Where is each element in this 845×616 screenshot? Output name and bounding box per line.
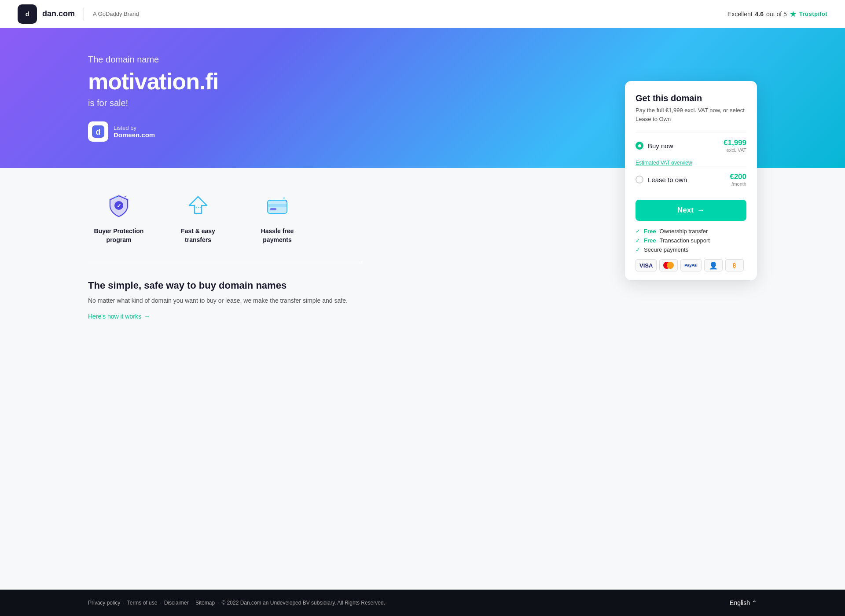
footer-sep-1: · bbox=[123, 600, 124, 606]
purchase-card: Get this domain Pay the full €1,999 excl… bbox=[625, 81, 757, 280]
next-button[interactable]: Next → bbox=[636, 200, 746, 221]
check-icon-ownership bbox=[636, 228, 640, 235]
language-label: English bbox=[730, 599, 750, 606]
fast-transfer-label: Fast & easy transfers bbox=[167, 227, 229, 244]
card-title: Get this domain bbox=[636, 93, 746, 103]
bitcoin-icon: ₿ bbox=[725, 259, 744, 271]
hero-subtitle: The domain name bbox=[88, 55, 352, 65]
check-icon-transaction bbox=[636, 237, 640, 244]
svg-text:✦: ✦ bbox=[124, 195, 126, 198]
trustpilot-score: 4.6 bbox=[755, 11, 764, 18]
how-works-arrow-icon: → bbox=[144, 313, 150, 320]
footer-sep-2: · bbox=[160, 600, 161, 606]
privacy-policy-link[interactable]: Privacy policy bbox=[88, 600, 120, 606]
card-subtitle: Pay the full €1,999 excl. VAT now, or se… bbox=[636, 106, 746, 123]
svg-text:✦: ✦ bbox=[285, 200, 287, 202]
trustpilot-star-icon: ★ bbox=[790, 9, 797, 19]
feature-item-transaction: Free Transaction support bbox=[636, 237, 746, 244]
lease-label: Lease to own bbox=[648, 176, 687, 183]
info-title: The simple, safe way to buy domain names bbox=[88, 280, 361, 291]
header: d dan.com A GoDaddy Brand Excellent 4.6 … bbox=[0, 0, 845, 28]
svg-rect-13 bbox=[270, 208, 276, 210]
lease-price: €200 bbox=[730, 172, 746, 181]
svg-text:✓: ✓ bbox=[117, 202, 121, 209]
feature-buyer-protection: ✓ ✦ ✦ Buyer Protection program bbox=[88, 190, 150, 244]
svg-text:d: d bbox=[96, 128, 101, 136]
feature-item-secure: ✓ Secure payments bbox=[636, 246, 746, 253]
logo-text[interactable]: dan.com bbox=[42, 9, 75, 18]
footer-sep-3: · bbox=[191, 600, 193, 606]
dan-logo-icon[interactable]: d bbox=[18, 4, 37, 24]
lease-price-sub: /month bbox=[730, 181, 746, 187]
hero-content: The domain name motivation.fi is for sal… bbox=[88, 55, 352, 142]
payment-feature-icon: ✦ ✦ bbox=[262, 190, 293, 221]
buy-now-price-sub: excl. VAT bbox=[724, 147, 746, 153]
buy-now-option[interactable]: Buy now €1,999 excl. VAT bbox=[636, 132, 746, 159]
copyright-text: © 2022 Dan.com an Undeveloped BV subsidi… bbox=[221, 600, 385, 606]
transfer-feature-icon bbox=[183, 190, 213, 221]
card-features-list: Free Ownership transfer Free Transaction… bbox=[636, 228, 746, 253]
shield-feature-icon: ✓ ✦ ✦ bbox=[103, 190, 134, 221]
info-text: No matter what kind of domain you want t… bbox=[88, 296, 361, 305]
lease-radio[interactable] bbox=[636, 176, 643, 183]
feature-text-transaction: Transaction support bbox=[659, 237, 709, 244]
hero-banner: The domain name motivation.fi is for sal… bbox=[0, 28, 845, 168]
lease-price-area: €200 /month bbox=[730, 172, 746, 187]
buy-now-price: €1,999 bbox=[724, 139, 746, 147]
header-left: d dan.com A GoDaddy Brand bbox=[18, 4, 139, 24]
feature-item-ownership: Free Ownership transfer bbox=[636, 228, 746, 235]
listed-by-name: Domeen.com bbox=[114, 131, 155, 139]
listed-by-label: Listed by bbox=[114, 125, 155, 131]
buyer-protection-label: Buyer Protection program bbox=[88, 227, 150, 244]
check-icon-secure: ✓ bbox=[636, 246, 640, 253]
how-works-link[interactable]: Here's how it works → bbox=[88, 313, 361, 320]
terms-of-use-link[interactable]: Terms of use bbox=[127, 600, 158, 606]
hero-sale: is for sale! bbox=[88, 98, 352, 108]
disclaimer-link[interactable]: Disclaimer bbox=[164, 600, 189, 606]
payment-icons: VISA PayPal 👤 ₿ bbox=[636, 259, 746, 271]
buy-now-label: Buy now bbox=[648, 142, 673, 150]
features-row: ✓ ✦ ✦ Buyer Protection program Fast & ea… bbox=[88, 190, 361, 262]
info-section: The simple, safe way to buy domain names… bbox=[88, 280, 361, 319]
free-label-ownership: Free bbox=[644, 228, 656, 235]
hero-domain: motivation.fi bbox=[88, 68, 352, 95]
vat-overview-link[interactable]: Estimated VAT overview bbox=[636, 160, 746, 166]
svg-rect-12 bbox=[268, 204, 287, 207]
mastercard-icon bbox=[659, 259, 678, 271]
trustpilot-brand: Trustpilot bbox=[799, 11, 827, 17]
svg-text:✦: ✦ bbox=[114, 195, 118, 199]
buy-now-price-area: €1,999 excl. VAT bbox=[724, 139, 746, 153]
free-label-transaction: Free bbox=[644, 237, 656, 244]
arrow-right-icon: → bbox=[697, 206, 705, 215]
left-content: ✓ ✦ ✦ Buyer Protection program Fast & ea… bbox=[88, 190, 361, 320]
footer: Privacy policy · Terms of use · Disclaim… bbox=[0, 590, 845, 616]
listed-by: d Listed by Domeen.com bbox=[88, 121, 352, 142]
trustpilot-outof: out of 5 bbox=[766, 11, 787, 18]
trustpilot-area: Excellent 4.6 out of 5 ★ Trustpilot bbox=[727, 9, 827, 19]
sitemap-link[interactable]: Sitemap bbox=[195, 600, 215, 606]
feature-hassle-free: ✦ ✦ Hassle free payments bbox=[246, 190, 308, 244]
logo-divider bbox=[84, 7, 84, 21]
buy-now-left: Buy now bbox=[636, 142, 673, 150]
lease-left: Lease to own bbox=[636, 176, 687, 183]
paypal-icon: PayPal bbox=[680, 259, 702, 271]
feature-text-ownership: Ownership transfer bbox=[659, 228, 708, 235]
escrow-icon: 👤 bbox=[704, 259, 723, 271]
svg-marker-8 bbox=[189, 197, 207, 213]
language-caret-icon: ⌃ bbox=[752, 599, 757, 606]
svg-text:d: d bbox=[26, 11, 29, 18]
buy-now-radio[interactable] bbox=[636, 142, 643, 150]
language-button[interactable]: English ⌃ bbox=[730, 599, 757, 606]
godaddy-brand: A GoDaddy Brand bbox=[93, 11, 139, 17]
listed-by-info: Listed by Domeen.com bbox=[114, 125, 155, 139]
listed-logo-icon: d bbox=[88, 121, 108, 142]
visa-icon: VISA bbox=[636, 259, 657, 271]
feature-fast-transfer: Fast & easy transfers bbox=[167, 190, 229, 244]
lease-option[interactable]: Lease to own €200 /month bbox=[636, 166, 746, 193]
trustpilot-label: Excellent bbox=[727, 11, 753, 18]
next-label: Next bbox=[677, 206, 694, 215]
footer-links: Privacy policy · Terms of use · Disclaim… bbox=[88, 600, 385, 606]
feature-text-secure: Secure payments bbox=[644, 246, 688, 253]
hassle-free-label: Hassle free payments bbox=[246, 227, 308, 244]
footer-sep-4: · bbox=[217, 600, 219, 606]
